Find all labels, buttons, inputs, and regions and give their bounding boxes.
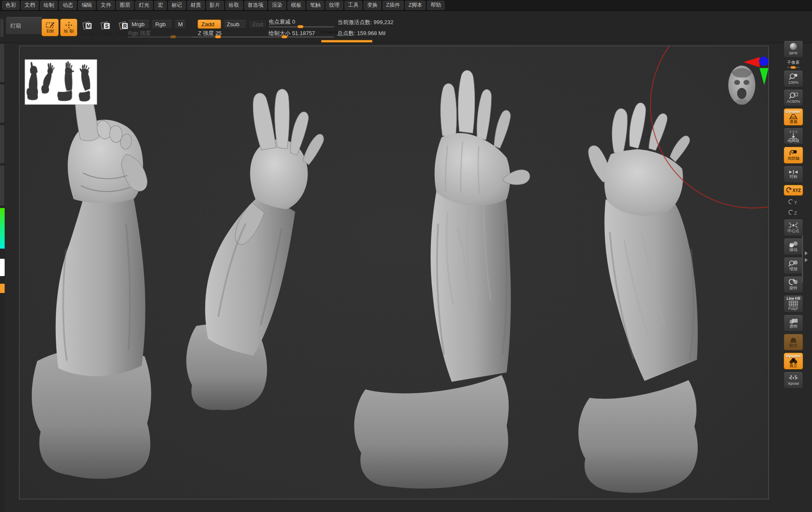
ghost-button[interactable]: 幽灵	[784, 334, 803, 350]
rgb-intensity-knob[interactable]	[170, 35, 176, 38]
aa-half-button[interactable]: AC50%	[784, 89, 803, 106]
scale-gyro-button[interactable]: S 缩放轴	[96, 21, 115, 40]
frame-center-button[interactable]: 中心点	[784, 219, 803, 236]
draw-size-knob[interactable]	[281, 35, 288, 38]
svg-text:Z: Z	[794, 211, 797, 216]
zadd-button[interactable]: Zadd	[198, 19, 221, 29]
rgb-label: Rgb	[155, 21, 166, 27]
menu-item-edit[interactable]: 编辑	[78, 1, 96, 10]
floor-grid-button[interactable]: x y z 地网格	[784, 128, 803, 145]
dynamic-mode-stamp[interactable]: Dynamic	[320, 30, 340, 35]
zoom-actual-button[interactable]: 100%	[784, 70, 803, 87]
hidden-tray-edge[interactable]	[0, 19, 4, 37]
solo-dynamic-tag: Dynamic	[786, 354, 801, 358]
tray-expand-arrow-icon[interactable]	[805, 258, 808, 262]
total-points-readout: 总点数: 159.968 Mil	[337, 30, 385, 37]
z-intensity-slider[interactable]	[191, 36, 274, 38]
lightbox-button[interactable]: 灯箱	[5, 16, 43, 35]
document-canvas[interactable]	[19, 46, 769, 499]
rotate-z-button[interactable]: Z	[784, 208, 803, 217]
solo-button[interactable]: Dynamic 孤立	[784, 353, 803, 370]
active-points-value: 999,232	[373, 19, 393, 25]
m-button[interactable]: M	[174, 19, 186, 29]
menu-item-file[interactable]: 文件	[97, 1, 115, 10]
menu-item-dynamics[interactable]: 动态	[59, 1, 77, 10]
rgb-intensity-slider[interactable]	[128, 36, 192, 38]
menu-item-template[interactable]: 模板	[288, 1, 305, 10]
move-view-button[interactable]: 移动	[784, 238, 803, 255]
menu-item-layer[interactable]: 图层	[116, 1, 134, 10]
zoom-actual-icon	[789, 73, 798, 80]
tray-expand-arrow-icon[interactable]	[805, 251, 808, 255]
right-shelf: BPR 子像素 100% AC50% Dynamic	[778, 41, 809, 389]
active-points-label: 当前激活点数:	[337, 19, 372, 25]
rotate-y-icon: Y	[788, 199, 799, 205]
menu-item-preferences[interactable]: 首选项	[244, 1, 267, 10]
menu-item-color[interactable]: 色彩	[2, 1, 19, 10]
zcut-button[interactable]: Zcut	[248, 19, 267, 29]
secondary-color-swatch[interactable]	[0, 284, 5, 293]
stroke-thumb-partial[interactable]	[0, 84, 5, 123]
menu-item-stroke[interactable]: 笔触	[307, 1, 324, 10]
menu-item-transform[interactable]: 变换	[364, 1, 381, 10]
polyframe-grid-icon	[788, 301, 798, 307]
draw-pointer-icon	[65, 22, 73, 28]
menu-item-macro[interactable]: 宏	[154, 1, 167, 10]
menu-item-help[interactable]: 帮助	[427, 1, 444, 10]
brush-thumb-partial[interactable]	[0, 44, 5, 82]
local-pivot-button[interactable]: 局部轴	[784, 147, 803, 164]
transparency-button[interactable]: 透明	[784, 315, 803, 331]
draw-size-value: 51.18757	[292, 30, 315, 36]
focal-shift-slider[interactable]	[269, 26, 334, 27]
menu-item-material[interactable]: 材质	[187, 1, 205, 10]
menu-item-draw[interactable]: 绘制	[40, 1, 58, 10]
left-tray-collapsed[interactable]	[0, 44, 5, 512]
menu-item-zplugin[interactable]: Z插件	[383, 1, 403, 10]
xpose-button[interactable]: Xpose	[784, 372, 803, 389]
right-shelf-scrollbar[interactable]	[802, 235, 803, 282]
subpixel-slider[interactable]: 子像素	[784, 60, 803, 68]
perspective-button[interactable]: Dynamic 透视	[784, 108, 803, 126]
z-intensity-knob[interactable]	[215, 35, 221, 38]
render-sphere-icon	[789, 43, 798, 51]
main-color-swatch[interactable]	[0, 259, 5, 276]
focal-shift-value: 0	[292, 19, 295, 25]
y-axis-arrow-icon[interactable]	[760, 68, 768, 85]
draw-size-slider[interactable]	[269, 36, 334, 38]
rotate-view-button[interactable]: 旋转	[784, 276, 803, 293]
alpha-thumb-partial[interactable]	[0, 125, 5, 164]
menu-item-render[interactable]: 渲染	[269, 1, 286, 10]
bpr-render-button[interactable]: BPR	[784, 41, 803, 57]
zsub-button[interactable]: Zsub	[223, 19, 247, 29]
perspective-dynamic-tag: Dynamic	[786, 110, 801, 114]
menu-item-marker[interactable]: 标记	[168, 1, 186, 10]
x-axis-arrow-icon[interactable]	[743, 57, 760, 67]
menu-item-document[interactable]: 文档	[21, 1, 38, 10]
menu-item-light[interactable]: 灯光	[135, 1, 153, 10]
move-gyro-button[interactable]: M 移动轴	[78, 21, 97, 40]
scale-view-button[interactable]: 缩放	[784, 257, 803, 274]
menu-item-tool[interactable]: 工具	[345, 1, 362, 10]
floor-axis-toggles[interactable]: x y z	[790, 130, 797, 134]
mrgb-button[interactable]: Mrgb	[128, 19, 150, 29]
polyframe-button[interactable]: Line Fill PolyF	[784, 295, 803, 312]
menu-item-texture[interactable]: 纹理	[326, 1, 343, 10]
rgb-button[interactable]: Rgb	[151, 19, 173, 29]
material-thumb-partial[interactable]	[0, 165, 5, 206]
rotate-free-xyz-button[interactable]: XYZ	[784, 185, 803, 196]
subpixel-knob[interactable]	[790, 66, 796, 69]
rotate-y-button[interactable]: Y	[784, 198, 803, 206]
draw-button[interactable]: 绘 制	[60, 19, 77, 36]
arm-study-1	[32, 79, 151, 479]
subpixel-track[interactable]	[787, 67, 800, 68]
color-picker-gradient[interactable]	[0, 208, 5, 249]
z-axis-dot-icon[interactable]	[759, 57, 768, 66]
perspective-grid-icon	[788, 114, 798, 120]
menu-item-zscript[interactable]: Z脚本	[405, 1, 426, 10]
menu-item-picker[interactable]: 拾取	[225, 1, 243, 10]
edit-button[interactable]: Edit	[41, 19, 59, 36]
focal-shift-text: 焦点衰减	[269, 19, 291, 25]
focal-shift-knob[interactable]	[297, 25, 304, 28]
local-symmetry-button[interactable]: 对称	[784, 166, 803, 183]
menu-item-movie[interactable]: 影片	[206, 1, 224, 10]
